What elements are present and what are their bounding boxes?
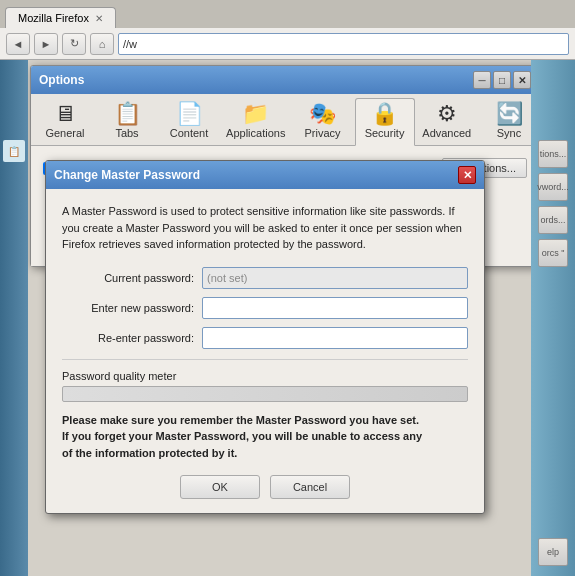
sidebar-icon-1[interactable]: 📋 [3,140,25,162]
quality-label: Password quality meter [62,370,468,382]
new-password-label: Enter new password: [62,302,202,314]
content-icon: 📄 [176,103,203,125]
options-tabs: 🖥 General 📋 Tabs 📄 Content 📁 Application… [31,94,539,146]
tab-content[interactable]: 📄 Content [159,98,219,145]
current-password-label: Current password: [62,272,202,284]
current-password-input[interactable] [202,267,468,289]
warning-text: Please make sure you remember the Master… [62,412,468,462]
address-bar[interactable] [118,33,569,55]
new-password-input[interactable] [202,297,468,319]
options-maximize-btn[interactable]: □ [493,71,511,89]
browser-chrome: Mozilla Firefox ✕ ◄ ► ↻ ⌂ Options ─ □ ✕ [0,0,575,576]
general-icon: 🖥 [54,103,76,125]
browser-tab-bar: Mozilla Firefox ✕ [0,0,575,28]
left-sidebar: 📋 [0,60,28,576]
cancel-button[interactable]: Cancel [270,475,350,499]
quality-bar-container [62,386,468,402]
privacy-icon: 🎭 [309,103,336,125]
dialog-close-button[interactable]: ✕ [458,166,476,184]
quality-section: Password quality meter [62,370,468,402]
dialog-description: A Master Password is used to protect sen… [62,203,468,253]
ok-button[interactable]: OK [180,475,260,499]
tab-sync[interactable]: 🔄 Sync [479,98,539,145]
applications-icon: 📁 [242,103,269,125]
options-minimize-btn[interactable]: ─ [473,71,491,89]
sync-icon: 🔄 [496,103,523,125]
edge-button-elp[interactable]: elp [538,538,568,566]
tab-tabs-label: Tabs [115,127,138,139]
forward-button[interactable]: ► [34,33,58,55]
edge-button-word[interactable]: vword... [538,173,568,201]
options-title: Options [39,73,84,87]
tab-general[interactable]: 🖥 General [35,98,95,145]
new-password-row: Enter new password: [62,297,468,319]
options-titlebar: Options ─ □ ✕ [31,66,539,94]
tabs-icon: 📋 [114,103,141,125]
options-close-btn[interactable]: ✕ [513,71,531,89]
edge-button-ords[interactable]: ords... [538,206,568,234]
tab-applications[interactable]: 📁 Applications [221,98,291,145]
tab-privacy[interactable]: 🎭 Privacy [293,98,353,145]
dialog-body: A Master Password is used to protect sen… [46,189,484,513]
security-icon: 🔒 [371,103,398,125]
refresh-button[interactable]: ↻ [62,33,86,55]
tab-security-label: Security [365,127,405,139]
divider [62,359,468,360]
home-button[interactable]: ⌂ [90,33,114,55]
tab-sync-label: Sync [497,127,521,139]
dialog-titlebar: Change Master Password ✕ [46,161,484,189]
tab-tabs[interactable]: 📋 Tabs [97,98,157,145]
browser-tab[interactable]: Mozilla Firefox ✕ [5,7,116,28]
back-button[interactable]: ◄ [6,33,30,55]
reenter-password-input[interactable] [202,327,468,349]
current-password-row: Current password: [62,267,468,289]
tab-content-label: Content [170,127,209,139]
tab-label: Mozilla Firefox [18,12,89,24]
tab-advanced-label: Advanced [422,127,471,139]
master-password-dialog: Change Master Password ✕ A Master Passwo… [45,160,485,514]
tab-security[interactable]: 🔒 Security [355,98,415,146]
tab-general-label: General [45,127,84,139]
browser-content: Options ─ □ ✕ 🖥 General 📋 Tabs 📄 [0,60,575,576]
tab-applications-label: Applications [226,127,285,139]
tab-privacy-label: Privacy [304,127,340,139]
reenter-password-label: Re-enter password: [62,332,202,344]
edge-button-tions[interactable]: tions... [538,140,568,168]
reenter-password-row: Re-enter password: [62,327,468,349]
browser-toolbar: ◄ ► ↻ ⌂ [0,28,575,60]
dialog-buttons: OK Cancel [62,475,468,499]
right-edge-panel: tions... vword... ords... orcs " elp [531,60,575,576]
edge-button-orcs[interactable]: orcs " [538,239,568,267]
advanced-icon: ⚙ [437,103,457,125]
tab-advanced[interactable]: ⚙ Advanced [417,98,477,145]
dialog-title: Change Master Password [54,168,200,182]
tab-close-btn[interactable]: ✕ [95,13,103,24]
